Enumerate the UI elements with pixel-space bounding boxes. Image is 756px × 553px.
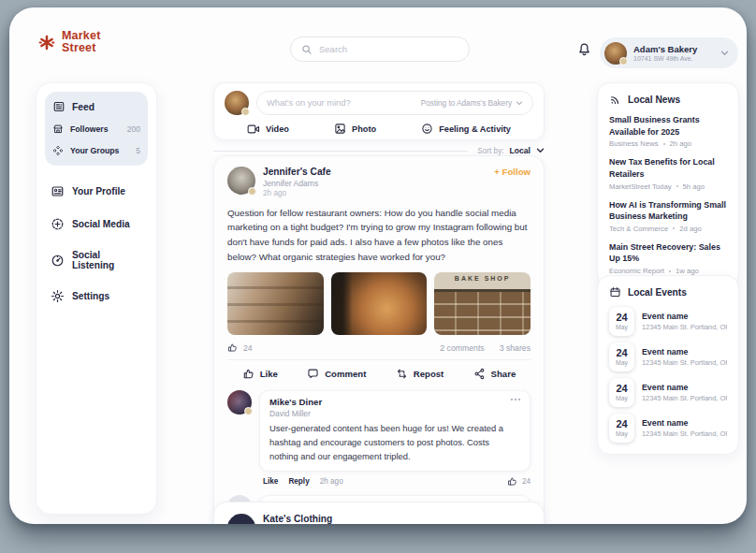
local-news-title: Local News: [628, 95, 680, 105]
video-label: Video: [266, 124, 289, 134]
app-window: MarketStreet Adam's Bakery 10741: [9, 7, 747, 524]
chevron-down-icon[interactable]: [536, 148, 545, 153]
post-photo[interactable]: [331, 272, 428, 335]
news-item[interactable]: Main Street Recovery: Sales Up 15% Econo…: [609, 241, 727, 275]
news-source: Tech & Commerce: [609, 225, 668, 233]
starburst-icon: [37, 34, 56, 51]
repost-icon: [396, 368, 408, 380]
news-time: 5h ago: [683, 182, 705, 191]
comment-button[interactable]: Comment: [307, 368, 366, 380]
avatar[interactable]: [227, 390, 252, 415]
search-input[interactable]: [319, 44, 458, 54]
event-month: May: [616, 430, 628, 437]
post-photo[interactable]: BAKE SHOP: [434, 272, 531, 335]
news-source: MarketStreet Today: [609, 182, 672, 191]
event-name: Event name: [642, 383, 727, 393]
news-headline: How AI is Transforming Small Business Ma…: [609, 199, 727, 223]
event-address: 12345 Main St. Portland, OR...: [642, 358, 727, 367]
comments-count[interactable]: 2 comments: [440, 343, 484, 353]
event-day: 24: [616, 313, 627, 324]
like-button[interactable]: Like: [242, 368, 278, 380]
news-item[interactable]: New Tax Benefits for Local Retailers Mar…: [609, 156, 727, 190]
composer-input-wrap: Posting to Adams's Bakery: [256, 91, 533, 115]
news-item[interactable]: How AI is Transforming Small Business Ma…: [609, 199, 727, 233]
event-address: 12345 Main St. Portland, OR...: [642, 394, 727, 402]
follow-button[interactable]: + Follow: [494, 167, 531, 199]
rss-icon: [609, 94, 621, 106]
sidebar-item-social-media[interactable]: Social Media: [45, 217, 148, 231]
event-name: Event name: [642, 418, 727, 429]
event-item[interactable]: 24 May Event name 12345 Main St. Portlan…: [609, 378, 727, 407]
repost-button[interactable]: Repost: [396, 368, 444, 380]
event-item[interactable]: 24 May Event name 12345 Main St. Portlan…: [609, 307, 727, 336]
search-bar[interactable]: [290, 36, 470, 62]
sort-by-label: Sort by:: [477, 147, 503, 155]
sidebar-item-count: 5: [136, 146, 140, 155]
event-address: 12345 Main St. Portland, OR...: [642, 429, 727, 438]
brand-logo[interactable]: MarketStreet: [37, 30, 101, 54]
brand-name: MarketStreet: [62, 30, 101, 54]
avatar[interactable]: [227, 167, 255, 195]
comment-timestamp: 2h ago: [320, 477, 343, 486]
sort-row: Sort by: Local: [213, 146, 545, 155]
divider: [213, 151, 468, 152]
sidebar-item-feed[interactable]: Feed: [52, 100, 140, 113]
feeling-activity-button[interactable]: Feeling & Activity: [421, 123, 511, 135]
event-day: 24: [616, 419, 627, 430]
post-action-bar: Like Comment Repost: [227, 367, 531, 382]
sidebar-item-settings[interactable]: Settings: [45, 289, 148, 303]
news-source: Economic Report: [609, 267, 664, 275]
photo-icon: [334, 123, 346, 135]
event-name: Event name: [642, 312, 727, 322]
sort-dropdown[interactable]: Local: [510, 146, 531, 155]
comment-text: User-generated content has been huge for…: [269, 422, 520, 464]
share-icon: [473, 368, 486, 380]
post-business-name[interactable]: Jennifer's Cafe: [263, 167, 331, 179]
local-news-panel: Local News Small Business Grants Availab…: [597, 82, 739, 287]
event-date-badge: 24 May: [609, 342, 634, 371]
share-button[interactable]: Share: [473, 368, 516, 380]
post-photo[interactable]: [227, 272, 324, 335]
comment-reply-button[interactable]: Reply: [288, 477, 309, 486]
avatar-badge: [244, 407, 253, 415]
calendar-icon: [609, 286, 621, 298]
video-button[interactable]: Video: [247, 123, 289, 135]
comment-like-button[interactable]: Like: [263, 477, 278, 486]
post-timestamp: 2h ago: [263, 189, 331, 199]
more-options-icon[interactable]: [511, 399, 520, 400]
event-address: 12345 Main St. Portland, OR...: [642, 323, 727, 331]
sidebar-item-your-groups[interactable]: Your Groups 5: [52, 145, 140, 156]
event-item[interactable]: 24 May Event name 12345 Main St. Portlan…: [609, 414, 727, 443]
post-business-name[interactable]: Kate's Clothing: [263, 514, 332, 524]
posting-to-label: Posting to Adams's Bakery: [421, 99, 512, 108]
avatar[interactable]: KC: [227, 514, 255, 524]
photo-button[interactable]: Photo: [334, 123, 376, 135]
posting-to-dropdown[interactable]: Posting to Adams's Bakery: [421, 99, 523, 108]
account-switcher[interactable]: Adam's Bakery 10741 SW 49th Ave.: [600, 37, 738, 68]
comment-business-name[interactable]: Mike's Diner: [269, 397, 520, 409]
news-item[interactable]: Small Business Grants Available for 2025…: [609, 114, 727, 148]
bell-icon[interactable]: [577, 42, 591, 57]
sidebar-item-your-profile[interactable]: Your Profile: [45, 184, 148, 198]
video-icon: [247, 124, 260, 135]
post-author-name: Jennifer Adams: [263, 179, 331, 189]
meta-separator: [663, 143, 665, 145]
event-item[interactable]: 24 May Event name 12345 Main St. Portlan…: [609, 342, 727, 371]
comment-bubble: Mike's Diner David Miller User-generated…: [259, 390, 531, 472]
search-icon: [301, 44, 313, 55]
news-time: 2h ago: [670, 139, 692, 148]
chevron-down-icon: [516, 101, 523, 106]
feed-post-next: KC Kate's Clothing Katie Simmons: [213, 502, 545, 524]
sidebar-item-followers[interactable]: Followers 200: [52, 124, 140, 135]
event-day: 24: [616, 384, 627, 395]
composer-input[interactable]: [267, 98, 415, 108]
comment-icon: [307, 368, 319, 380]
sidebar-item-label: Followers: [70, 124, 109, 134]
post-photo-grid: BAKE SHOP: [227, 272, 531, 335]
event-month: May: [616, 324, 628, 330]
sidebar-item-social-listening[interactable]: Social Listening: [45, 250, 148, 270]
share-label: Share: [491, 369, 516, 379]
chevron-down-icon: [720, 51, 729, 56]
news-headline: New Tax Benefits for Local Retailers: [609, 156, 727, 180]
event-date-badge: 24 May: [609, 307, 634, 336]
